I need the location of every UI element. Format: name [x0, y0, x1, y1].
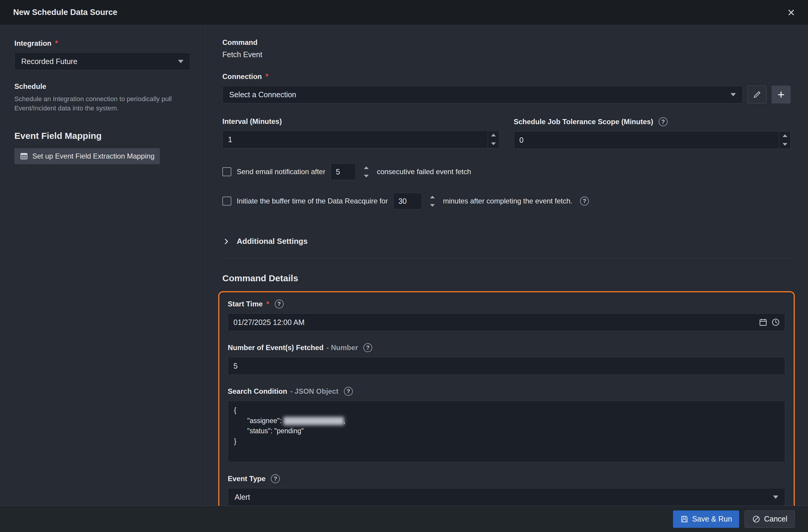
required-asterisk: * — [55, 39, 58, 48]
help-icon[interactable]: ? — [659, 117, 668, 126]
event-type-label: Event Type — [228, 475, 265, 483]
cancel-icon — [752, 515, 760, 523]
start-time-input[interactable]: 01/27/2025 12:00 AM — [228, 313, 785, 331]
stepper-down-icon[interactable] — [361, 172, 371, 180]
tolerance-stepper[interactable] — [779, 131, 790, 149]
chevron-right-icon — [222, 238, 230, 245]
save-icon — [680, 515, 688, 523]
interval-label: Interval (Minutes) — [222, 117, 499, 126]
email-notification-checkbox[interactable] — [222, 167, 231, 176]
events-fetched-value: 5 — [228, 362, 785, 370]
connection-select-placeholder: Select a Connection — [229, 90, 296, 99]
start-time-label: Start Time — [228, 300, 263, 308]
help-icon[interactable]: ? — [275, 299, 284, 309]
edit-connection-button[interactable] — [748, 86, 767, 104]
buffer-time-label-after: minutes after completing the event fetch… — [443, 197, 572, 205]
plus-icon: + — [777, 88, 784, 102]
datetime-icons — [759, 318, 780, 327]
stepper-down-icon[interactable] — [779, 140, 790, 149]
json-line-assignee: "assignee": ██████████████, — [234, 416, 779, 426]
integration-select[interactable]: Recorded Future — [14, 52, 190, 70]
buffer-time-label-before: Initiate the buffer time of the Data Rea… — [237, 197, 388, 205]
events-fetched-label-row: Number of Event(s) Fetched - Number ? — [228, 343, 785, 352]
stepper-up-icon[interactable] — [361, 163, 371, 172]
additional-settings-toggle[interactable]: Additional Settings — [222, 237, 791, 246]
connection-select[interactable]: Select a Connection — [222, 86, 743, 104]
chevron-down-icon — [178, 60, 183, 63]
schedule-description: Schedule an Integration connection to pe… — [14, 94, 173, 113]
add-connection-button[interactable]: + — [771, 86, 791, 104]
email-notification-row: Send email notification after 5 consecut… — [222, 163, 791, 180]
additional-settings-label: Additional Settings — [237, 237, 308, 246]
tolerance-value: 0 — [514, 136, 779, 145]
tolerance-input[interactable]: 0 — [514, 131, 791, 149]
dialog-title: New Schedule Data Source — [13, 8, 117, 17]
json-line-open: { — [234, 405, 779, 416]
event-field-mapping-heading: Event Field Mapping — [14, 131, 190, 141]
pencil-icon — [753, 90, 761, 99]
event-type-label-row: Event Type ? — [228, 474, 785, 483]
save-and-run-button[interactable]: Save & Run — [673, 511, 739, 528]
help-icon[interactable]: ? — [580, 197, 589, 205]
email-notification-label-after: consecutive failed event fetch — [377, 168, 471, 176]
json-line-status: "status": "pending" — [234, 426, 779, 436]
stepper-up-icon[interactable] — [488, 131, 499, 140]
save-and-run-label: Save & Run — [692, 515, 732, 523]
stepper-down-icon[interactable] — [488, 140, 499, 148]
search-condition-label: Search Condition — [228, 387, 287, 396]
tolerance-label: Schedule Job Tolerance Scope (Minutes) — [514, 117, 653, 126]
interval-label-text: Interval (Minutes) — [222, 117, 282, 126]
main-panel: Command Fetch Event Connection * Select … — [205, 25, 808, 506]
search-condition-label-row: Search Condition - JSON Object ? — [228, 387, 785, 396]
stepper-up-icon[interactable] — [779, 131, 790, 140]
buffer-time-checkbox[interactable] — [222, 197, 231, 205]
integration-label: Integration — [14, 39, 52, 48]
setup-field-mapping-button[interactable]: Set up Event Field Extraction Mapping — [14, 148, 160, 164]
clock-icon[interactable] — [771, 318, 780, 327]
help-icon[interactable]: ? — [363, 343, 372, 352]
connection-label: Connection — [222, 72, 262, 81]
interval-column: Interval (Minutes) 1 — [222, 117, 499, 149]
interval-tolerance-row: Interval (Minutes) 1 Schedule Job Tolera… — [222, 117, 791, 149]
chevron-down-icon — [773, 495, 778, 499]
stepper-down-icon[interactable] — [427, 201, 438, 209]
events-fetched-input[interactable]: 5 — [228, 357, 785, 375]
stepper-up-icon[interactable] — [427, 193, 438, 201]
email-notification-label-before: Send email notification after — [237, 168, 325, 176]
schedule-label: Schedule — [14, 82, 190, 91]
help-icon[interactable]: ? — [344, 387, 353, 396]
tolerance-label-row: Schedule Job Tolerance Scope (Minutes) ? — [514, 117, 791, 126]
command-label: Command — [222, 38, 791, 47]
buffer-minutes-value: 30 — [393, 197, 422, 205]
command-value: Fetch Event — [222, 50, 791, 59]
cancel-label: Cancel — [764, 515, 787, 523]
json-assignee-comma: , — [343, 417, 345, 425]
close-icon[interactable]: × — [787, 6, 795, 19]
calendar-icon[interactable] — [759, 318, 768, 327]
dialog-body: Integration * Recorded Future Schedule S… — [0, 25, 808, 506]
interval-input[interactable]: 1 — [222, 130, 499, 148]
buffer-time-row: Initiate the buffer time of the Data Rea… — [222, 193, 791, 209]
command-label-text: Command — [222, 38, 257, 47]
buffer-minutes-stepper[interactable] — [427, 193, 438, 209]
divider — [222, 258, 791, 259]
command-details-highlight-box: Start Time * ? 01/27/2025 12:00 AM — [218, 291, 795, 517]
event-type-select[interactable]: Alert — [228, 488, 785, 506]
interval-stepper[interactable] — [488, 131, 499, 148]
event-type-value: Alert — [235, 493, 250, 501]
email-threshold-stepper[interactable] — [361, 163, 371, 180]
required-asterisk: * — [267, 300, 269, 309]
start-time-value: 01/27/2025 12:00 AM — [228, 318, 759, 327]
integration-label-row: Integration * — [14, 39, 190, 48]
cancel-button[interactable]: Cancel — [745, 511, 795, 528]
buffer-minutes-input[interactable]: 30 — [393, 193, 422, 209]
table-grid-icon — [20, 152, 28, 160]
dialog-footer: Save & Run Cancel — [0, 506, 808, 532]
email-threshold-input[interactable]: 5 — [331, 163, 356, 180]
json-line-close: } — [234, 436, 779, 447]
connection-label-row: Connection * — [222, 72, 791, 81]
events-fetched-type: - Number — [327, 344, 358, 352]
help-icon[interactable]: ? — [271, 474, 280, 483]
events-fetched-label: Number of Event(s) Fetched — [228, 344, 324, 352]
search-condition-textarea[interactable]: { "assignee": ██████████████, "status": … — [228, 401, 785, 462]
